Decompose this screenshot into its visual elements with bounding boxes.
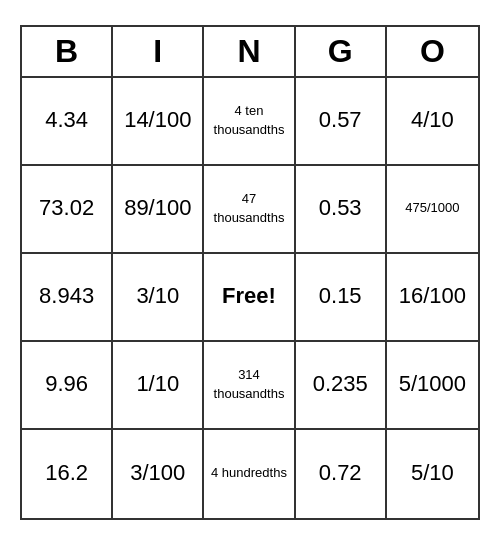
bingo-cell: 3/10 (113, 254, 204, 342)
bingo-cell: 314 thousandths (204, 342, 295, 430)
bingo-cell: 14/100 (113, 78, 204, 166)
bingo-cell: 5/10 (387, 430, 478, 518)
bingo-cell: 5/1000 (387, 342, 478, 430)
bingo-cell: 0.57 (296, 78, 387, 166)
header-letter: I (113, 27, 204, 76)
header-letter: G (296, 27, 387, 76)
bingo-grid: 4.3414/1004 ten thousandths0.574/1073.02… (22, 78, 478, 518)
bingo-cell: 0.53 (296, 166, 387, 254)
bingo-cell: 73.02 (22, 166, 113, 254)
bingo-cell: 4 ten thousandths (204, 78, 295, 166)
bingo-cell: 475/1000 (387, 166, 478, 254)
bingo-cell: 0.15 (296, 254, 387, 342)
bingo-cell: 0.235 (296, 342, 387, 430)
header-letter: O (387, 27, 478, 76)
header-letter: N (204, 27, 295, 76)
bingo-cell: 3/100 (113, 430, 204, 518)
bingo-cell: 9.96 (22, 342, 113, 430)
bingo-card: BINGO 4.3414/1004 ten thousandths0.574/1… (20, 25, 480, 520)
free-cell: Free! (204, 254, 295, 342)
bingo-cell: 47 thousandths (204, 166, 295, 254)
header-letter: B (22, 27, 113, 76)
bingo-cell: 0.72 (296, 430, 387, 518)
bingo-cell: 4.34 (22, 78, 113, 166)
bingo-cell: 1/10 (113, 342, 204, 430)
bingo-cell: 16/100 (387, 254, 478, 342)
bingo-cell: 4/10 (387, 78, 478, 166)
bingo-cell: 4 hundredths (204, 430, 295, 518)
bingo-cell: 16.2 (22, 430, 113, 518)
bingo-header: BINGO (22, 27, 478, 78)
bingo-cell: 89/100 (113, 166, 204, 254)
bingo-cell: 8.943 (22, 254, 113, 342)
